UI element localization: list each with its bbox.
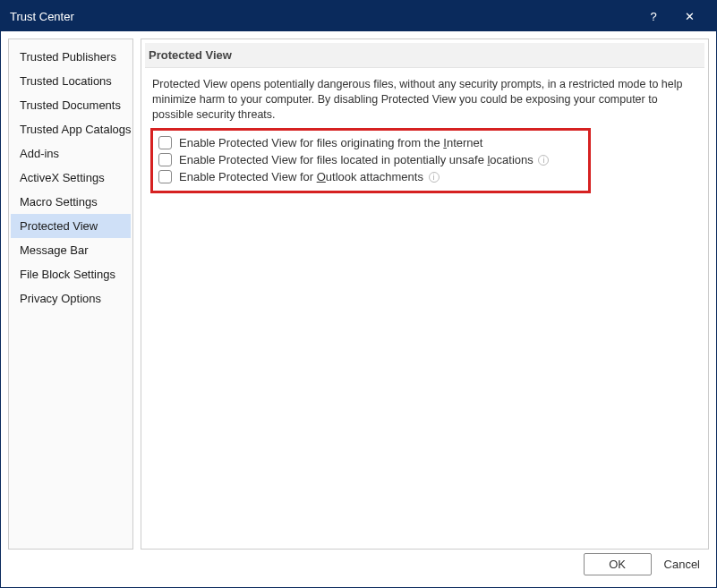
content-area: Trusted Publishers Trusted Locations Tru… [1,31,716,550]
option-internet-files[interactable]: Enable Protected View for files originat… [157,134,585,151]
sidebar: Trusted Publishers Trusted Locations Tru… [8,38,133,550]
ok-button[interactable]: OK [584,553,652,575]
help-button[interactable]: ? [636,1,671,31]
trust-center-dialog: Trust Center ? ✕ Trusted Publishers Trus… [0,0,717,588]
sidebar-item-trusted-app-catalogs[interactable]: Trusted App Catalogs [11,117,131,141]
checkbox-icon[interactable] [158,170,172,183]
sidebar-item-activex-settings[interactable]: ActiveX Settings [11,166,131,190]
sidebar-item-trusted-locations[interactable]: Trusted Locations [11,69,131,93]
sidebar-item-add-ins[interactable]: Add-ins [11,141,131,166]
section-description: Protected View opens potentially dangero… [152,77,699,123]
sidebar-item-protected-view[interactable]: Protected View [11,214,131,238]
window-title: Trust Center [10,10,636,23]
info-icon[interactable]: i [538,155,549,166]
option-outlook-attachments[interactable]: Enable Protected View for Outlook attach… [157,168,585,185]
option-label: Enable Protected View for files originat… [179,136,482,149]
sidebar-item-privacy-options[interactable]: Privacy Options [11,286,131,311]
cancel-button[interactable]: Cancel [664,553,700,575]
dialog-footer: OK Cancel [1,550,716,587]
checkbox-icon[interactable] [158,153,172,166]
sidebar-item-macro-settings[interactable]: Macro Settings [11,190,131,214]
help-icon: ? [650,10,656,23]
checkbox-icon[interactable] [158,136,172,149]
option-label: Enable Protected View for files located … [179,153,549,166]
close-icon: ✕ [685,10,695,23]
sidebar-item-file-block-settings[interactable]: File Block Settings [11,262,131,286]
option-unsafe-locations[interactable]: Enable Protected View for files located … [157,151,585,168]
sidebar-item-message-bar[interactable]: Message Bar [11,238,131,262]
close-button[interactable]: ✕ [671,1,707,31]
sidebar-item-trusted-publishers[interactable]: Trusted Publishers [11,45,131,69]
section-header: Protected View [145,43,704,68]
main-panel: Protected View Protected View opens pote… [141,38,709,550]
info-icon[interactable]: i [429,172,440,183]
option-label: Enable Protected View for Outlook attach… [179,170,440,183]
sidebar-item-trusted-documents[interactable]: Trusted Documents [11,93,131,117]
titlebar: Trust Center ? ✕ [1,1,716,31]
annotation-highlight: Enable Protected View for files originat… [150,128,591,193]
